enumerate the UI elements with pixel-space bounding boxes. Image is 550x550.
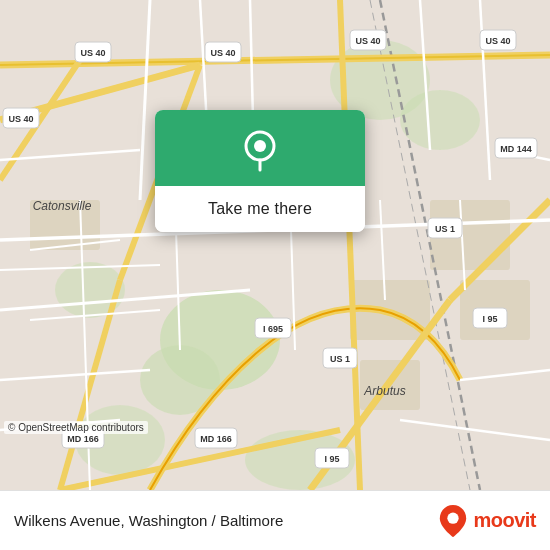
- svg-text:US 40: US 40: [355, 36, 380, 46]
- moovit-logo: moovit: [439, 505, 536, 537]
- svg-point-77: [448, 512, 459, 523]
- moovit-pin-icon: [439, 505, 467, 537]
- moovit-brand-text: moovit: [473, 509, 536, 532]
- popup-card: Take me there: [155, 110, 365, 232]
- svg-point-5: [400, 90, 480, 150]
- svg-point-75: [254, 140, 266, 152]
- svg-text:MD 166: MD 166: [67, 434, 99, 444]
- svg-text:US 40: US 40: [210, 48, 235, 58]
- svg-text:US 1: US 1: [330, 354, 350, 364]
- location-pin-icon: [238, 128, 282, 172]
- popup-header: [155, 110, 365, 186]
- svg-text:MD 144: MD 144: [500, 144, 532, 154]
- svg-text:US 40: US 40: [485, 36, 510, 46]
- svg-text:US 1: US 1: [435, 224, 455, 234]
- svg-text:Arbutus: Arbutus: [363, 384, 405, 398]
- bottom-bar: Wilkens Avenue, Washington / Baltimore m…: [0, 490, 550, 550]
- svg-text:MD 166: MD 166: [200, 434, 232, 444]
- svg-text:US 40: US 40: [80, 48, 105, 58]
- location-title: Wilkens Avenue, Washington / Baltimore: [14, 512, 283, 529]
- svg-text:I 95: I 95: [482, 314, 497, 324]
- take-me-there-button[interactable]: Take me there: [155, 186, 365, 232]
- map-attribution: © OpenStreetMap contributors: [4, 421, 148, 434]
- map-container[interactable]: US 40 US 40 US 40 US 40 US 40 I 695 US 1…: [0, 0, 550, 490]
- svg-text:US 40: US 40: [8, 114, 33, 124]
- svg-text:Catonsville: Catonsville: [33, 199, 92, 213]
- svg-text:I 95: I 95: [324, 454, 339, 464]
- svg-text:I 695: I 695: [263, 324, 283, 334]
